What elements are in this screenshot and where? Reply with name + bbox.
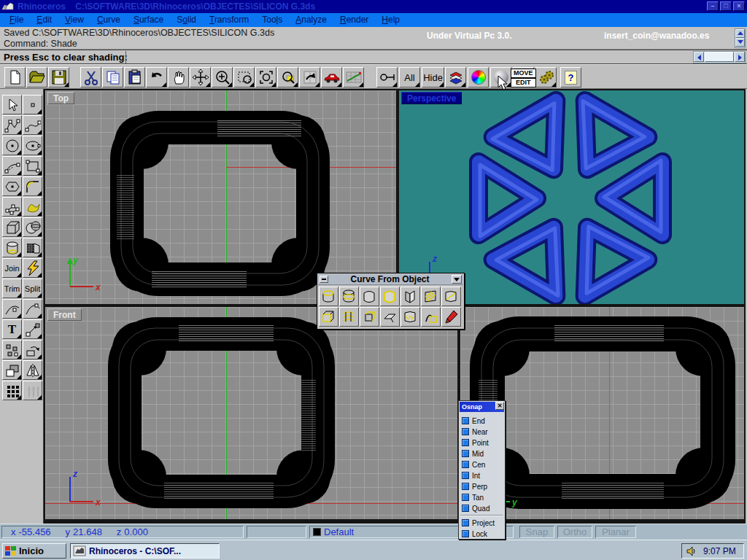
osnap-row-tan[interactable]: Tan — [462, 492, 484, 502]
extract-wireframe-button[interactable] — [339, 287, 359, 306]
array-tool[interactable] — [2, 381, 22, 400]
osnap-near-checkbox[interactable] — [462, 428, 469, 435]
osnap-end-checkbox[interactable] — [462, 417, 469, 424]
command-line-scrollbar[interactable] — [693, 51, 746, 63]
menu-curve[interactable]: Curve — [90, 13, 127, 27]
osnap-tan-checkbox[interactable] — [462, 494, 469, 501]
extract-mesh-button[interactable] — [339, 307, 359, 327]
new-file-button[interactable] — [4, 67, 26, 88]
osnap-close-icon[interactable]: ✕ — [495, 402, 504, 410]
osnap-quad-checkbox[interactable] — [462, 505, 469, 512]
scroll-right-button[interactable] — [735, 52, 745, 62]
palette-dropdown-button[interactable] — [452, 275, 462, 284]
scroll-down-button[interactable] — [735, 38, 745, 47]
select-all-button[interactable]: All — [399, 67, 420, 88]
snap-toggle[interactable]: Snap — [519, 526, 554, 538]
points-edit-tool[interactable] — [2, 340, 22, 359]
zoom-extents-button[interactable] — [255, 67, 276, 88]
box-tool[interactable] — [2, 217, 22, 237]
menu-surface[interactable]: Surface — [127, 13, 170, 27]
extend-arc-tool[interactable] — [23, 299, 42, 319]
save-button[interactable] — [48, 67, 69, 88]
uv-curves-button[interactable]: UV — [400, 307, 420, 327]
curve-tool[interactable] — [23, 115, 42, 135]
patch-surface-tool[interactable] — [23, 197, 42, 217]
close-button[interactable]: × — [733, 1, 745, 11]
osnap-row-project[interactable]: Project — [462, 518, 495, 528]
mirror-tool[interactable] — [23, 360, 42, 380]
osnap-row-quad[interactable]: Quad — [462, 503, 489, 513]
restore-view-button[interactable] — [299, 67, 320, 88]
duplicate-edge-button[interactable] — [380, 287, 400, 306]
distance-button[interactable] — [376, 67, 398, 88]
mesh-box-tool[interactable] — [23, 238, 42, 257]
zoom-window-button[interactable] — [233, 67, 255, 88]
menu-edit[interactable]: Edit — [30, 13, 58, 27]
osnap-mid-checkbox[interactable] — [462, 450, 469, 457]
osnap-row-lock[interactable]: Lock — [462, 529, 487, 539]
speaker-icon[interactable] — [686, 545, 697, 557]
menu-file[interactable]: File — [3, 13, 30, 27]
osnap-row-cen[interactable]: Cen — [462, 459, 485, 470]
color-button[interactable] — [468, 67, 489, 88]
contour-button[interactable] — [441, 287, 461, 306]
copy-object-tool[interactable] — [2, 360, 22, 380]
cplane-button[interactable] — [343, 67, 364, 88]
arc-tool[interactable] — [2, 156, 22, 176]
extract-isocurve-button[interactable] — [319, 287, 338, 306]
zoom-button[interactable] — [212, 67, 233, 88]
hide-button[interactable]: Hide — [422, 67, 444, 88]
duplicate-border-button[interactable] — [360, 287, 379, 306]
point-tool[interactable] — [23, 95, 42, 114]
menu-view[interactable]: View — [58, 13, 90, 27]
curve-on-surface-button[interactable] — [421, 307, 441, 327]
cylinder-tool[interactable] — [2, 238, 22, 257]
distribute-tool[interactable] — [23, 381, 42, 400]
extract-curves-box-button[interactable] — [319, 307, 338, 327]
scroll-thumb[interactable] — [705, 52, 734, 62]
osnap-row-near[interactable]: Near — [462, 427, 488, 437]
osnap-palette[interactable]: Osnap ✕ End Near Point Mid Cen Int Perp … — [458, 400, 506, 540]
osnap-row-mid[interactable]: Mid — [462, 448, 484, 459]
taskbar-clock[interactable]: 9:07 PM — [703, 546, 736, 556]
menu-solid[interactable]: Solid — [170, 13, 203, 27]
menu-help[interactable]: Help — [375, 13, 406, 27]
project-curve-button[interactable] — [380, 307, 400, 327]
explode-tool[interactable] — [23, 258, 42, 278]
curve-from-object-palette[interactable]: Curve From Object UV — [317, 273, 465, 330]
extract-edges-button[interactable] — [360, 307, 379, 327]
polyline-tool[interactable] — [2, 115, 22, 135]
osnap-lock-checkbox[interactable] — [462, 530, 469, 537]
cut-button[interactable] — [80, 67, 101, 88]
menu-render[interactable]: Render — [333, 13, 375, 27]
command-history-scrollbar[interactable] — [735, 28, 746, 48]
osnap-row-int[interactable]: Int — [462, 470, 480, 481]
sphere-tool[interactable] — [23, 217, 42, 237]
circle-tool[interactable] — [2, 136, 22, 155]
layer-color-swatch[interactable] — [313, 528, 321, 536]
zoom-selected-button[interactable] — [277, 67, 298, 88]
split-tool[interactable]: Split — [23, 279, 42, 298]
minimize-button[interactable]: – — [707, 1, 719, 11]
paste-button[interactable] — [124, 67, 145, 88]
polygon-tool[interactable] — [2, 176, 22, 196]
options-button[interactable] — [535, 67, 557, 88]
osnap-project-checkbox[interactable] — [462, 519, 469, 526]
intersect-button[interactable] — [400, 287, 420, 306]
undo-button[interactable] — [146, 67, 167, 88]
viewport-front-label[interactable]: Front — [47, 308, 82, 321]
trim-tool[interactable]: Trim — [2, 279, 22, 298]
open-file-button[interactable] — [26, 67, 47, 88]
osnap-point-checkbox[interactable] — [462, 439, 469, 446]
planar-toggle[interactable]: Planar — [595, 526, 636, 538]
maximize-button[interactable]: □ — [720, 1, 732, 11]
scroll-left-button[interactable] — [694, 52, 704, 62]
start-button[interactable]: Inicio — [2, 543, 66, 559]
section-button[interactable] — [421, 287, 441, 306]
pan-button[interactable] — [168, 67, 189, 88]
help-button[interactable]: ? — [560, 67, 581, 88]
rotate-view-button[interactable] — [190, 67, 211, 88]
taskbar-rhinoceros-task[interactable]: Rhinoceros - C:\SOF... — [70, 543, 220, 559]
fillet-tool[interactable] — [23, 176, 42, 196]
rectangle-tool[interactable] — [23, 156, 42, 176]
